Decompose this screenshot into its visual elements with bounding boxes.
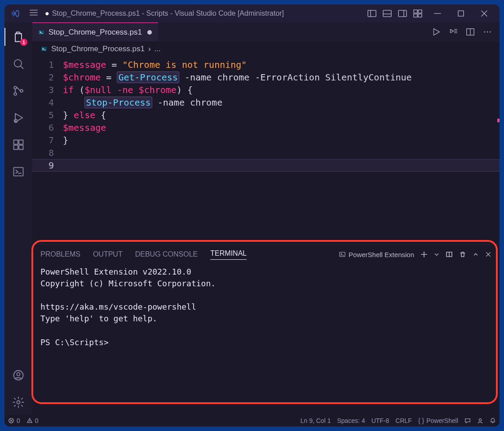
close-panel-button[interactable] [485,251,491,258]
accounts-button[interactable] [11,368,26,382]
breadcrumb-separator: › [148,44,151,53]
svg-line-18 [21,66,23,69]
terminal-tab[interactable]: TERMINAL [210,249,247,260]
svg-rect-45 [41,47,47,51]
terminal-dropdown[interactable] [434,252,439,257]
svg-rect-27 [19,140,23,144]
settings-gear-button[interactable] [11,395,26,409]
svg-rect-5 [383,10,391,17]
svg-point-42 [484,31,485,33]
status-errors[interactable]: 0 [8,417,20,424]
svg-marker-22 [15,114,22,122]
svg-rect-26 [19,145,23,149]
window-title: Stop_Chrome_Process.ps1 - Scripts - Visu… [52,9,284,18]
editor-tabs: Stop_Chrome_Process.ps1 [32,22,500,41]
status-bell-icon[interactable] [490,418,496,424]
main-editor-area: Stop_Chrome_Process.ps1 Stop_Chrome_Proc… [32,22,500,415]
toggle-panel-bottom-icon[interactable] [382,8,393,19]
svg-rect-12 [418,14,422,17]
status-account-icon[interactable] [477,418,483,424]
svg-rect-47 [340,252,345,256]
more-actions-button[interactable] [482,27,492,37]
minimap-marker [497,119,500,122]
status-encoding[interactable]: UTF-8 [371,417,389,424]
svg-point-59 [479,419,481,421]
powershell-terminal-icon [339,251,346,258]
vscode-window: ● Stop_Chrome_Process.ps1 - Scripts - Vi… [4,4,500,427]
breadcrumb-dots: ... [155,44,161,53]
status-ln-col[interactable]: Ln 9, Col 1 [301,417,331,424]
app-menu-button[interactable] [29,8,39,19]
editor-tab-active[interactable]: Stop_Chrome_Process.ps1 [32,22,158,41]
error-icon [8,418,14,424]
tab-filename: Stop_Chrome_Process.ps1 [49,28,142,37]
svg-point-32 [17,401,20,404]
svg-rect-11 [414,14,417,17]
customize-layout-icon[interactable] [412,8,423,19]
breadcrumb[interactable]: Stop_Chrome_Process.ps1 › ... [32,41,500,57]
svg-rect-7 [398,10,407,17]
split-terminal-button[interactable] [446,251,453,258]
powershell-file-icon [38,29,45,36]
powershell-file-icon [40,45,48,53]
svg-point-43 [487,31,488,33]
bottom-panel: PROBLEMS OUTPUT DEBUG CONSOLE TERMINAL P… [32,244,500,415]
svg-rect-25 [14,145,18,149]
svg-point-31 [17,373,20,376]
debug-console-tab[interactable]: DEBUG CONSOLE [135,250,198,258]
maximize-panel-button[interactable] [473,251,479,258]
source-control-tab[interactable] [11,84,26,98]
editor-actions [431,22,500,41]
minimize-button[interactable] [432,8,443,19]
toggle-panel-left-icon[interactable] [367,8,377,19]
svg-rect-10 [418,10,422,13]
kill-terminal-button[interactable] [459,251,466,258]
activity-bar: 1 [4,22,32,415]
svg-marker-36 [451,30,454,33]
svg-rect-14 [458,11,464,16]
svg-rect-3 [368,10,376,17]
status-feedback-icon[interactable] [464,418,471,424]
svg-rect-24 [14,140,18,144]
explorer-badge: 1 [20,39,27,46]
status-eol[interactable]: CRLF [395,417,412,424]
vscode-logo-icon [11,9,20,18]
svg-marker-35 [434,29,440,36]
title-bar: ● Stop_Chrome_Process.ps1 - Scripts - Vi… [4,4,500,22]
powershell-tab[interactable] [11,164,26,179]
maximize-button[interactable] [455,8,466,19]
run-file-button[interactable] [431,27,441,37]
explorer-tab[interactable]: 1 [11,30,26,44]
warning-icon [27,418,33,424]
window-controls [432,8,490,19]
layout-controls [367,8,423,19]
code-editor[interactable]: 1$message = "Chrome is not running" 2$ch… [32,57,500,244]
output-tab[interactable]: OUTPUT [93,250,123,258]
svg-point-44 [490,31,491,33]
status-language[interactable]: { }PowerShell [418,417,458,424]
svg-rect-28 [14,168,23,176]
status-bar: 0 0 Ln 9, Col 1 Spaces: 4 UTF-8 CRLF { }… [4,415,500,427]
toggle-panel-right-icon[interactable] [397,8,408,19]
split-editor-button[interactable] [465,27,475,37]
new-terminal-button[interactable] [420,251,428,258]
svg-rect-9 [414,10,417,13]
search-tab[interactable] [11,57,26,71]
svg-rect-33 [39,30,44,34]
extensions-tab[interactable] [11,138,26,152]
terminal-profile-selector[interactable]: PowerShell Extension [339,251,414,258]
problems-tab[interactable]: PROBLEMS [40,250,80,258]
run-debug-tab[interactable] [11,111,26,125]
title-dirty-indicator: ● [45,9,49,18]
terminal-output[interactable]: PowerShell Extension v2022.10.0 Copyrigh… [32,264,500,350]
run-selection-button[interactable] [448,27,458,37]
breadcrumb-file: Stop_Chrome_Process.ps1 [51,44,145,53]
tab-dirty-dot [147,30,152,35]
status-spaces[interactable]: Spaces: 4 [337,417,365,424]
panel-tabs: PROBLEMS OUTPUT DEBUG CONSOLE TERMINAL P… [32,244,500,264]
status-warnings[interactable]: 0 [27,417,39,424]
close-button[interactable] [479,8,490,19]
